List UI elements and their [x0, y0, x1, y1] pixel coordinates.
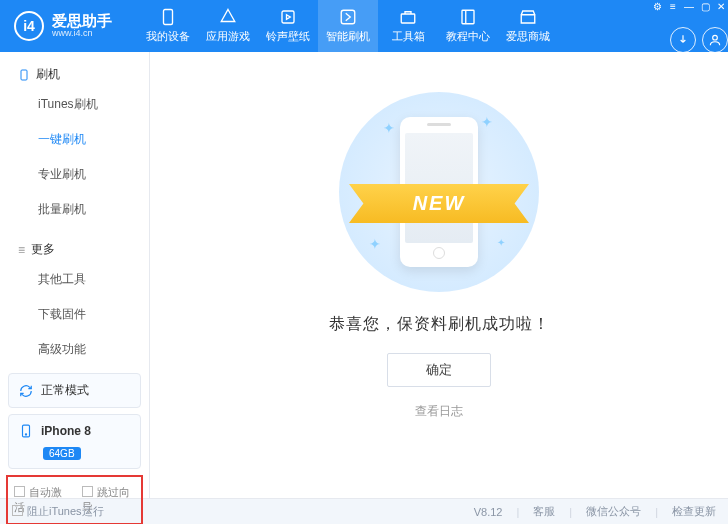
phone-icon [18, 68, 30, 82]
svg-rect-0 [164, 10, 173, 25]
nav-flash[interactable]: 智能刷机 [318, 0, 378, 52]
toolbox-icon [399, 8, 417, 26]
wechat-link[interactable]: 微信公众号 [586, 504, 641, 519]
new-ribbon: NEW [349, 184, 529, 223]
download-button[interactable] [670, 27, 696, 53]
sidebar-item[interactable]: 批量刷机 [0, 192, 149, 227]
svg-point-5 [713, 35, 718, 40]
svg-rect-4 [462, 10, 474, 24]
svg-rect-2 [341, 10, 355, 24]
sidebar-group-label: 更多 [31, 241, 55, 258]
success-message: 恭喜您，保资料刷机成功啦！ [329, 314, 550, 335]
device-mode[interactable]: 正常模式 [8, 373, 141, 408]
user-button[interactable] [702, 27, 728, 53]
logo: i4 爱思助手 www.i4.cn [0, 11, 138, 41]
nav-label: 应用游戏 [206, 29, 250, 44]
menu-icon[interactable]: ≡ [666, 0, 680, 13]
nav-label: 铃声壁纸 [266, 29, 310, 44]
refresh-icon [19, 384, 33, 398]
confirm-button[interactable]: 确定 [387, 353, 491, 387]
svg-rect-3 [401, 14, 415, 23]
minimize-icon[interactable]: — [682, 0, 696, 13]
nav-label: 教程中心 [446, 29, 490, 44]
nav-label: 工具箱 [392, 29, 425, 44]
device-info[interactable]: iPhone 8 64GB [8, 414, 141, 469]
nav-book[interactable]: 教程中心 [438, 0, 498, 52]
device-name: iPhone 8 [41, 424, 91, 438]
phone-icon [19, 423, 33, 439]
sidebar-item[interactable]: 其他工具 [0, 262, 149, 297]
sidebar-item[interactable]: 下载固件 [0, 297, 149, 332]
sidebar-item[interactable]: 专业刷机 [0, 157, 149, 192]
sidebar-item[interactable]: 一键刷机 [0, 122, 149, 157]
block-itunes-checkbox[interactable]: 阻止iTunes运行 [12, 504, 104, 519]
nav-label: 爱思商城 [506, 29, 550, 44]
nav-apps[interactable]: 应用游戏 [198, 0, 258, 52]
support-link[interactable]: 客服 [533, 504, 555, 519]
phone-icon [159, 8, 177, 26]
version-label: V8.12 [474, 506, 503, 518]
store-icon [519, 8, 537, 26]
top-nav: 我的设备应用游戏铃声壁纸智能刷机工具箱教程中心爱思商城 [138, 0, 650, 52]
nav-music[interactable]: 铃声壁纸 [258, 0, 318, 52]
book-icon [459, 8, 477, 26]
logo-icon: i4 [14, 11, 44, 41]
music-icon [279, 8, 297, 26]
maximize-icon[interactable]: ▢ [698, 0, 712, 13]
success-illustration: ✦ ✦ ✦ ✦ NEW [339, 92, 539, 292]
main-content: ✦ ✦ ✦ ✦ NEW 恭喜您，保资料刷机成功啦！ 确定 查看日志 [150, 52, 728, 498]
sidebar: 刷机 iTunes刷机一键刷机专业刷机批量刷机 ≡ 更多 其他工具下载固件高级功… [0, 52, 150, 498]
sidebar-group-more: ≡ 更多 [0, 227, 149, 262]
window-controls: ⚙ ≡ — ▢ ✕ [650, 0, 728, 13]
nav-store[interactable]: 爱思商城 [498, 0, 558, 52]
svg-point-8 [25, 434, 26, 435]
nav-toolbox[interactable]: 工具箱 [378, 0, 438, 52]
check-update-link[interactable]: 检查更新 [672, 504, 716, 519]
list-icon: ≡ [18, 243, 25, 257]
sidebar-group-label: 刷机 [36, 66, 60, 83]
flash-icon [339, 8, 357, 26]
sidebar-item[interactable]: 高级功能 [0, 332, 149, 367]
view-log-link[interactable]: 查看日志 [415, 403, 463, 420]
logo-title: 爱思助手 [52, 13, 112, 30]
svg-rect-1 [282, 11, 294, 23]
logo-subtitle: www.i4.cn [52, 29, 112, 39]
mode-label: 正常模式 [41, 382, 89, 399]
sidebar-group-flash: 刷机 [0, 52, 149, 87]
sidebar-item[interactable]: iTunes刷机 [0, 87, 149, 122]
apps-icon [219, 8, 237, 26]
app-header: i4 爱思助手 www.i4.cn 我的设备应用游戏铃声壁纸智能刷机工具箱教程中… [0, 0, 728, 52]
close-icon[interactable]: ✕ [714, 0, 728, 13]
sparkle-icon: ✦ [369, 236, 381, 252]
nav-label: 智能刷机 [326, 29, 370, 44]
nav-phone[interactable]: 我的设备 [138, 0, 198, 52]
sparkle-icon: ✦ [481, 114, 493, 130]
sparkle-icon: ✦ [383, 120, 395, 136]
svg-rect-6 [21, 70, 27, 80]
sparkle-icon: ✦ [497, 237, 505, 248]
nav-label: 我的设备 [146, 29, 190, 44]
settings-icon[interactable]: ⚙ [650, 0, 664, 13]
storage-badge: 64GB [43, 447, 81, 460]
